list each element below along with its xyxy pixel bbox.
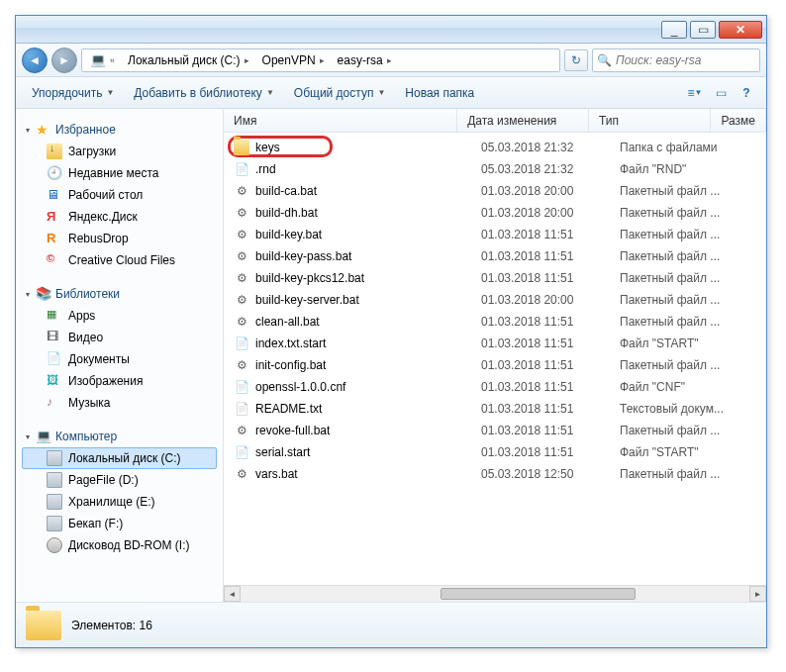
view-options-button[interactable]: ≡▼	[683, 82, 707, 104]
cc-icon: ©	[47, 252, 62, 268]
help-button[interactable]: ?	[735, 82, 758, 104]
file-name: build-key-pkcs12.bat	[255, 271, 481, 285]
nav-item-pagefile-d-[interactable]: PageFile (D:)	[22, 469, 217, 491]
file-list[interactable]: keys05.03.2018 21:32Папка с файлами.rnd0…	[224, 133, 766, 585]
collapse-icon: ▾	[26, 290, 30, 299]
nav-item-хранилище-e-[interactable]: Хранилище (E:)	[22, 491, 217, 513]
file-name: clean-all.bat	[255, 315, 481, 329]
collapse-icon: ▾	[26, 126, 30, 135]
nav-item-creative-cloud-files[interactable]: ©Creative Cloud Files	[22, 249, 217, 271]
file-icon	[234, 379, 249, 395]
breadcrumb[interactable]: 💻« Локальный диск (C:)▸ OpenVPN▸ easy-rs…	[81, 48, 560, 72]
nav-item-музыка[interactable]: ♪Музыка	[22, 392, 217, 414]
file-row[interactable]: clean-all.bat01.03.2018 11:51Пакетный фа…	[224, 311, 766, 333]
file-row[interactable]: vars.bat05.03.2018 12:50Пакетный файл ..…	[224, 463, 766, 485]
column-size[interactable]: Разме	[711, 109, 766, 132]
nav-item-видео[interactable]: 🎞Видео	[22, 327, 217, 348]
breadcrumb-root[interactable]: 💻«	[84, 50, 122, 70]
file-date: 01.03.2018 11:51	[481, 358, 620, 372]
breadcrumb-easyrsa[interactable]: easy-rsa▸	[332, 51, 399, 69]
nav-item-загрузки[interactable]: Загрузки	[22, 141, 217, 162]
file-date: 01.03.2018 11:51	[481, 228, 620, 241]
file-type: Пакетный файл ...	[620, 271, 748, 285]
file-row[interactable]: serial.start01.03.2018 11:51Файл "START"	[224, 441, 766, 463]
forward-icon: ►	[58, 53, 70, 67]
file-type: Пакетный файл ...	[620, 293, 748, 307]
nav-item-rebusdrop[interactable]: RRebusDrop	[22, 228, 217, 249]
nav-item-рабочий-стол[interactable]: 🖥Рабочий стол	[22, 184, 217, 206]
toolbar: Упорядочить▼ Добавить в библиотеку▼ Общи…	[16, 77, 766, 109]
file-row[interactable]: README.txt01.03.2018 11:51Текстовый доку…	[224, 398, 766, 420]
nav-item-label: PageFile (D:)	[68, 473, 139, 487]
maximize-button[interactable]: ▭	[690, 21, 716, 39]
forward-button[interactable]: ►	[51, 48, 77, 73]
horizontal-scrollbar[interactable]: ◄ ►	[224, 585, 766, 602]
organize-menu[interactable]: Упорядочить▼	[24, 82, 122, 104]
refresh-icon: ↻	[571, 53, 581, 67]
column-type[interactable]: Тип	[589, 109, 711, 132]
file-date: 01.03.2018 20:00	[481, 184, 620, 198]
back-icon: ◄	[29, 53, 41, 67]
share-menu[interactable]: Общий доступ▼	[286, 82, 394, 104]
file-row[interactable]: build-key.bat01.03.2018 11:51Пакетный фа…	[224, 224, 766, 245]
nav-item-недавние-места[interactable]: 🕘Недавние места	[22, 162, 217, 184]
refresh-button[interactable]: ↻	[564, 49, 588, 71]
file-row[interactable]: build-key-pkcs12.bat01.03.2018 11:51Паке…	[224, 267, 766, 289]
column-name[interactable]: Имя	[224, 109, 457, 132]
scroll-right-button[interactable]: ►	[749, 586, 766, 602]
app-icon: ▦	[47, 308, 62, 324]
file-type: Пакетный файл ...	[620, 228, 748, 241]
file-row[interactable]: .rnd05.03.2018 21:32Файл "RND"	[224, 158, 766, 180]
file-name: keys	[255, 141, 481, 154]
navigation-pane[interactable]: ▾★Избранное Загрузки🕘Недавние места🖥Рабо…	[16, 109, 224, 602]
back-button[interactable]: ◄	[22, 48, 48, 73]
minimize-button[interactable]: _	[661, 21, 687, 39]
file-row[interactable]: index.txt.start01.03.2018 11:51Файл "STA…	[224, 333, 766, 354]
file-row[interactable]: keys05.03.2018 21:32Папка с файлами	[224, 137, 766, 158]
file-list-area: Имя Дата изменения Тип Разме keys05.03.2…	[224, 109, 766, 602]
img-icon: 🖼	[47, 373, 62, 389]
file-name: init-config.bat	[255, 358, 481, 372]
computer-icon: 💻	[36, 429, 51, 444]
status-bar: Элементов: 16	[16, 602, 766, 647]
nav-item-дисковод-bd-rom-i-[interactable]: Дисковод BD-ROM (I:)	[22, 534, 217, 556]
breadcrumb-drive[interactable]: Локальный диск (C:)▸	[122, 51, 256, 69]
nav-item-apps[interactable]: ▦Apps	[22, 305, 217, 327]
file-type: Пакетный файл ...	[620, 424, 748, 437]
nav-item-локальный-диск-c-[interactable]: Локальный диск (C:)	[22, 447, 217, 469]
preview-pane-button[interactable]: ▭	[709, 82, 733, 104]
rom-icon	[47, 537, 62, 553]
nav-item-яндекс-диск[interactable]: ЯЯндекс.Диск	[22, 206, 217, 228]
nav-item-label: Creative Cloud Files	[68, 253, 175, 267]
search-input[interactable]	[616, 53, 755, 67]
file-row[interactable]: build-ca.bat01.03.2018 20:00Пакетный фай…	[224, 180, 766, 202]
scroll-thumb[interactable]	[441, 588, 636, 600]
minimize-icon: _	[671, 23, 678, 37]
nav-item-изображения[interactable]: 🖼Изображения	[22, 370, 217, 392]
add-library-menu[interactable]: Добавить в библиотеку▼	[126, 82, 281, 104]
file-row[interactable]: openssl-1.0.0.cnf01.03.2018 11:51Файл "C…	[224, 376, 766, 398]
breadcrumb-openvpn[interactable]: OpenVPN▸	[256, 51, 332, 69]
nav-item-бекап-f-[interactable]: Бекап (F:)	[22, 513, 217, 534]
file-type: Файл "CNF"	[620, 380, 748, 394]
file-date: 01.03.2018 11:51	[481, 315, 620, 329]
computer-header[interactable]: ▾💻Компьютер	[22, 426, 217, 447]
close-button[interactable]: ✕	[719, 21, 762, 39]
search-box[interactable]: 🔍	[592, 48, 760, 72]
nav-item-label: Рабочий стол	[68, 188, 143, 202]
titlebar[interactable]: _ ▭ ✕	[16, 16, 766, 44]
file-name: build-key.bat	[255, 228, 481, 241]
file-row[interactable]: build-key-server.bat01.03.2018 20:00Паке…	[224, 289, 766, 311]
nav-item-label: Загрузки	[68, 144, 116, 158]
file-row[interactable]: build-dh.bat01.03.2018 20:00Пакетный фай…	[224, 202, 766, 224]
file-row[interactable]: build-key-pass.bat01.03.2018 11:51Пакетн…	[224, 245, 766, 267]
scroll-left-button[interactable]: ◄	[224, 586, 241, 602]
file-row[interactable]: init-config.bat01.03.2018 11:51Пакетный …	[224, 354, 766, 376]
new-folder-button[interactable]: Новая папка	[397, 82, 482, 104]
file-row[interactable]: revoke-full.bat01.03.2018 11:51Пакетный …	[224, 420, 766, 441]
libraries-header[interactable]: ▾📚Библиотеки	[22, 283, 217, 305]
file-type: Файл "RND"	[620, 162, 748, 176]
nav-item-документы[interactable]: 📄Документы	[22, 348, 217, 370]
favorites-header[interactable]: ▾★Избранное	[22, 119, 217, 141]
column-date[interactable]: Дата изменения	[457, 109, 589, 132]
